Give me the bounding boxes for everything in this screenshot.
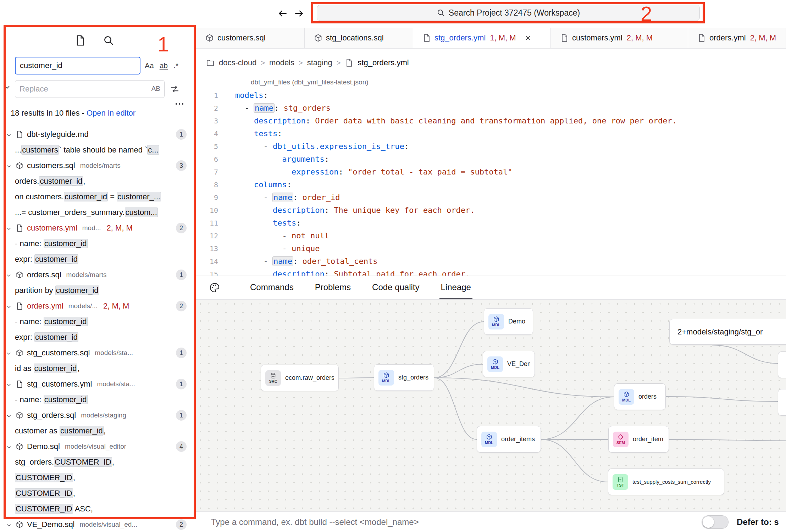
tab-stg_orders.yml[interactable]: stg_orders.yml1, M, M [413,28,551,48]
match-row[interactable]: CUSTOMER_ID ASC, [0,501,196,517]
match-row[interactable]: stg_orders.CUSTOMER_ID, [0,454,196,470]
project-search-bar[interactable]: Search Project 372475 (Workspace) [317,5,700,21]
code-line[interactable]: 1models: [196,89,786,102]
chevron-down-icon[interactable] [6,303,12,309]
match-case-toggle[interactable]: Aa [145,61,154,70]
chevron-down-icon[interactable] [6,272,12,278]
lineage-node-orders[interactable]: MDLorders [614,383,666,410]
breadcrumb-item[interactable]: docs-cloud [219,58,256,67]
lineage-node-VE_Demo[interactable]: MDLVE_Demo [483,351,535,377]
file-result-row[interactable]: stg_customers.ymlmodels/sta...1 [0,376,196,392]
editor-tabbar: customers.sqlstg_locations.sqlstg_orders… [196,28,786,49]
match-row[interactable]: on customers.customer_id = customer_... [0,189,196,205]
match-row[interactable]: orders.customer_id, [0,173,196,189]
code-line[interactable]: 5 - dbt_utils.expression_is_true: [196,140,786,153]
match-row[interactable]: CUSTOMER_ID, [0,486,196,501]
code-line[interactable]: 13 - unique [196,242,786,255]
match-row[interactable]: ...customers` table should be named `c..… [0,142,196,158]
chevron-down-icon[interactable] [6,412,12,419]
lineage-node-partial[interactable] [778,351,786,378]
panel-tab-lineage[interactable]: Lineage [439,276,472,299]
replace-input[interactable] [15,80,165,98]
lineage-node-Demo[interactable]: MDLDemo [484,308,533,335]
code-line[interactable]: 6 arguments: [196,153,786,166]
match-row[interactable]: partition by customer_id [0,283,196,298]
code-line[interactable]: 9 - name: order_id [196,191,786,204]
file-result-row[interactable]: orders.sqlmodels/marts1 [0,267,196,283]
code-line[interactable]: 8 columns: [196,178,786,191]
open-in-editor-link[interactable]: Open in editor [87,109,135,117]
close-icon[interactable] [525,34,532,41]
chevron-down-icon[interactable] [6,443,12,450]
tab-stg_locations.sql[interactable]: stg_locations.sql [305,28,413,48]
code-editor[interactable]: dbt_yml_files (dbt_yml_files-latest.json… [196,73,786,276]
palette-icon[interactable] [209,282,220,293]
breadcrumb-item[interactable]: models [269,58,294,67]
chevron-down-icon[interactable] [6,225,12,231]
file-result-row[interactable]: VE_Demo.sqlmodels/visual_ed...2 [0,517,196,532]
match-row[interactable]: ...= customer_orders_summary.custom... [0,205,196,220]
search-view-icon[interactable] [103,35,114,46]
panel-tab-code-quality[interactable]: Code quality [371,276,421,299]
code-line[interactable]: 2 - name: stg_orders [196,102,786,115]
file-result-row[interactable]: Demo.sqlmodels/visual_editor4 [0,439,196,454]
code-line[interactable]: 3 description: Order data with basic cle… [196,115,786,127]
lineage-node-ecom.raw_orders[interactable]: SRCecom.raw_orders [261,365,339,391]
chevron-down-icon[interactable] [6,381,12,387]
tab-orders.yml[interactable]: orders.yml2, M, M [688,28,786,48]
replace-all-icon[interactable] [170,84,180,94]
lineage-node-test_supply_costs_sum_correctly[interactable]: TSTtest_supply_costs_sum_correctly [608,469,724,495]
code-line[interactable]: 15 description: Subtotal paid for each o… [196,268,786,276]
chevron-down-icon[interactable] [6,131,12,138]
match-row[interactable]: id as customer_id, [0,361,196,376]
match-row[interactable]: expr: customer_id [0,251,196,267]
lineage-node-order_item[interactable]: SEMorder_item [608,426,669,453]
lineage-node-stg_orders[interactable]: MDLstg_orders [374,364,434,391]
code-line[interactable]: 14 - name: oder_total_cents [196,255,786,268]
lineage-graph[interactable]: 2+models/staging/stg_or SRCecom.raw_orde… [196,300,786,511]
match-row[interactable]: customer as customer_id, [0,423,196,439]
file-result-row[interactable]: customers.sqlmodels/marts3 [0,158,196,173]
file-result-row[interactable]: stg_orders.sqlmodels/staging1 [0,408,196,423]
panel-tab-problems[interactable]: Problems [314,276,352,299]
match-row[interactable]: CUSTOMER_ID, [0,470,196,486]
code-line[interactable]: 12 - not_null [196,229,786,242]
more-actions-icon[interactable] [175,100,184,108]
breadcrumb-item[interactable]: staging [307,58,332,67]
chevron-down-icon[interactable] [3,83,11,92]
code-line[interactable]: 4 tests: [196,127,786,140]
lineage-selection-label[interactable]: 2+models/staging/stg_or [669,319,786,345]
file-result-row[interactable]: dbt-styleguide.md1 [0,127,196,142]
schema-note: dbt_yml_files (dbt_yml_files-latest.json… [251,78,786,86]
lineage-node-order_items[interactable]: MDLorder_items [477,426,541,453]
command-bar[interactable]: Type a command, ex. dbt build --select <… [196,511,786,532]
lineage-node-partial[interactable] [778,389,786,416]
chevron-down-icon[interactable] [6,521,12,528]
preserve-case-toggle[interactable]: AB [151,85,160,93]
file-result-row[interactable]: stg_customers.sqlmodels/sta...1 [0,345,196,361]
regex-toggle[interactable]: .* [173,61,178,70]
tab-customers.yml[interactable]: customers.yml2, M, M [551,28,688,48]
match-row[interactable]: - name: customer_id [0,392,196,408]
tab-customers.sql[interactable]: customers.sql [196,28,305,48]
match-row[interactable]: - name: customer_id [0,314,196,329]
code-line[interactable]: 11 tests: [196,217,786,229]
code-line[interactable]: 7 expression: "order_total - tax_paid = … [196,166,786,178]
tst-badge-icon: TST [613,474,628,490]
panel-tab-commands[interactable]: Commands [249,276,295,299]
node-kind-label: MDL [491,365,499,370]
back-arrow-icon[interactable] [277,8,288,19]
chevron-down-icon[interactable] [6,350,12,356]
search-input[interactable] [15,57,140,74]
match-row[interactable]: expr: customer_id [0,329,196,345]
match-row[interactable]: - name: customer_id [0,236,196,251]
forward-arrow-icon[interactable] [293,8,305,19]
defer-toggle[interactable] [702,515,729,529]
chevron-down-icon[interactable] [6,162,12,169]
file-result-row[interactable]: customers.ymlmod...2, M, M2 [0,220,196,236]
file-result-row[interactable]: orders.ymlmodels/...2, M, M2 [0,298,196,314]
file-path: models/visual_editor [65,443,126,450]
file-explorer-icon[interactable] [74,35,86,46]
whole-word-toggle[interactable]: ab [160,61,168,70]
code-line[interactable]: 10 description: The unique key for each … [196,204,786,217]
